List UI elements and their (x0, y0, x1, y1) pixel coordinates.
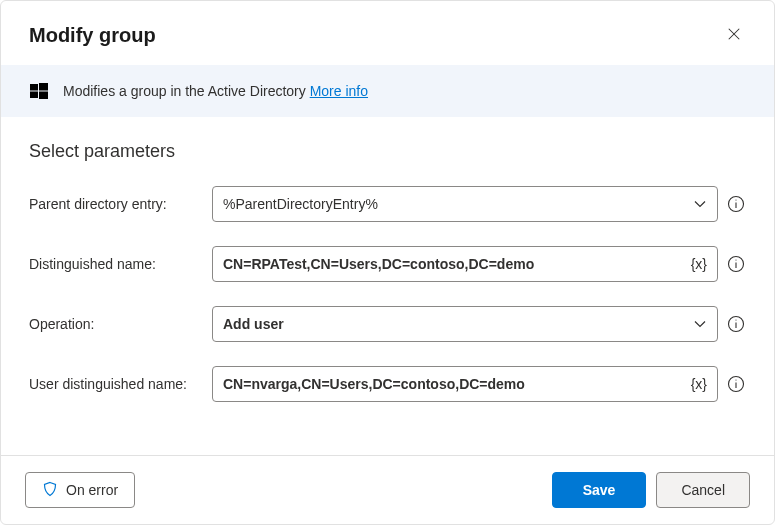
select-value: Add user (213, 307, 683, 341)
variable-icon[interactable]: {x} (681, 247, 717, 281)
help-icon[interactable] (726, 254, 746, 274)
dialog-header: Modify group (1, 1, 774, 65)
user-distinguished-name-input[interactable]: CN=nvarga,CN=Users,DC=contoso,DC=demo {x… (212, 366, 718, 402)
parent-directory-select[interactable]: %ParentDirectoryEntry% (212, 186, 718, 222)
svg-point-17 (735, 379, 736, 380)
svg-point-14 (735, 319, 736, 320)
dialog-title: Modify group (29, 24, 156, 47)
input-value: CN=RPATest,CN=Users,DC=contoso,DC=demo (213, 247, 681, 281)
chevron-down-icon (683, 307, 717, 341)
operation-select[interactable]: Add user (212, 306, 718, 342)
form-row-operation: Operation: Add user (29, 306, 746, 342)
help-icon[interactable] (726, 194, 746, 214)
form-row-distinguished-name: Distinguished name: CN=RPATest,CN=Users,… (29, 246, 746, 282)
svg-point-8 (735, 199, 736, 200)
cancel-button[interactable]: Cancel (656, 472, 750, 508)
help-icon[interactable] (726, 374, 746, 394)
chevron-down-icon (683, 187, 717, 221)
close-button[interactable] (718, 19, 750, 51)
form-row-user-distinguished-name: User distinguished name: CN=nvarga,CN=Us… (29, 366, 746, 402)
svg-rect-3 (39, 83, 48, 91)
svg-rect-5 (39, 92, 48, 100)
info-banner: Modifies a group in the Active Directory… (1, 65, 774, 117)
on-error-label: On error (66, 482, 118, 498)
save-button[interactable]: Save (552, 472, 647, 508)
dialog-content: Select parameters Parent directory entry… (1, 117, 774, 455)
banner-text-wrapper: Modifies a group in the Active Directory… (63, 83, 368, 99)
form-label: Operation: (29, 316, 204, 332)
close-icon (727, 27, 741, 44)
select-value: %ParentDirectoryEntry% (213, 187, 683, 221)
more-info-link[interactable]: More info (310, 83, 368, 99)
windows-icon (29, 81, 49, 101)
form-label: User distinguished name: (29, 376, 204, 392)
section-heading: Select parameters (29, 141, 746, 162)
form-label: Parent directory entry: (29, 196, 204, 212)
help-icon[interactable] (726, 314, 746, 334)
svg-rect-2 (30, 84, 38, 91)
banner-text: Modifies a group in the Active Directory (63, 83, 310, 99)
input-value: CN=nvarga,CN=Users,DC=contoso,DC=demo (213, 367, 681, 401)
form-label: Distinguished name: (29, 256, 204, 272)
distinguished-name-input[interactable]: CN=RPATest,CN=Users,DC=contoso,DC=demo {… (212, 246, 718, 282)
svg-point-11 (735, 259, 736, 260)
form-row-parent-directory: Parent directory entry: %ParentDirectory… (29, 186, 746, 222)
shield-icon (42, 481, 58, 500)
dialog-footer: On error Save Cancel (1, 455, 774, 524)
on-error-button[interactable]: On error (25, 472, 135, 508)
variable-icon[interactable]: {x} (681, 367, 717, 401)
footer-actions: Save Cancel (552, 472, 750, 508)
svg-rect-4 (30, 92, 38, 99)
